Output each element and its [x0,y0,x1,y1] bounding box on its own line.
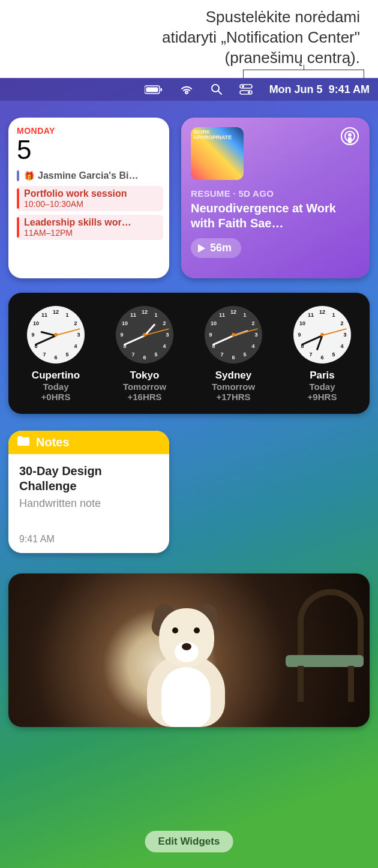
photos-widget[interactable] [8,573,370,727]
clock-face: 123456789101112 [205,306,262,364]
podcast-widget[interactable]: RESUME · 5D AGO Neurodivergence at Work … [181,118,370,278]
spotlight-icon[interactable] [211,83,223,95]
wifi-icon[interactable] [179,84,194,95]
calendar-day: 5 [17,137,169,163]
photo-dog [135,601,237,727]
svg-line-4 [218,91,221,94]
notes-header: Notes [8,431,169,454]
svg-rect-2 [160,88,162,91]
birthday-icon: 🎁 [24,171,34,181]
svg-point-3 [212,85,219,92]
clock-offset: +16HRS [107,392,182,402]
callout-stem [304,65,304,70]
clock-city: Tokyo [107,370,182,382]
world-clock-cupertino: 123456789101112CupertinoToday+0HRS [18,306,94,402]
svg-point-6 [242,85,244,88]
desktop: Mon Jun 5 9:41 AM MONDAY 5 🎁 Jasmine Gar… [0,78,378,868]
notes-app-label: Notes [36,435,70,449]
clock-offset: +9HRS [284,392,360,402]
calendar-event[interactable]: 🎁 Jasmine Garcia's Bi… [17,169,163,182]
world-clock-paris: 123456789101112ParisToday+9HRS [284,306,360,402]
event-title: Leadership skills wor… [24,217,160,228]
calendar-events: 🎁 Jasmine Garcia's Bi…Portfolio work ses… [17,169,169,240]
podcasts-app-icon [340,126,360,146]
svg-point-11 [348,133,352,137]
control-center-icon[interactable] [239,84,253,95]
calendar-event[interactable]: Portfolio work session10:00–10:30AM [17,186,163,211]
menubar: Mon Jun 5 9:41 AM [0,78,378,101]
podcast-title: Neurodivergence at Work with Faith Sae… [191,201,360,231]
menubar-time: 9:41 AM [329,83,370,96]
clock-face: 123456789101112 [293,306,351,364]
clock-day: Tomorrow [107,382,182,392]
clock-city: Cupertino [18,370,94,382]
callout-line2: atidaryti „Notification Center" [0,28,360,48]
clock-city: Sydney [196,370,271,382]
callout-line1: Spustelėkite norėdami [0,7,360,28]
podcast-meta: RESUME · 5D AGO [191,188,360,199]
notes-widget[interactable]: Notes 30-Day Design Challenge Handwritte… [8,431,169,553]
podcast-duration: 56m [210,242,232,254]
calendar-widget[interactable]: MONDAY 5 🎁 Jasmine Garcia's Bi…Portfolio… [8,118,169,278]
clock-face: 123456789101112 [27,306,85,364]
photo-chair [286,589,364,709]
play-icon [198,244,205,253]
callout-text: Spustelėkite norėdami atidaryti „Notific… [0,0,378,68]
note-subtitle: Handwritten note [19,497,158,510]
event-title: Portfolio work session [24,188,160,199]
svg-rect-1 [146,87,158,92]
world-clock-sydney: 123456789101112SydneyTomorrow+17HRS [196,306,271,402]
battery-icon[interactable] [145,85,163,94]
note-time: 9:41 AM [19,534,158,545]
svg-point-8 [248,91,250,94]
event-color-bar [17,170,19,181]
event-color-bar [17,188,19,209]
menubar-date: Mon Jun 5 [269,83,323,96]
clock-day: Today [18,382,94,392]
event-color-bar [17,217,19,238]
edit-widgets-button[interactable]: Edit Widgets [145,831,233,852]
event-title: 🎁 Jasmine Garcia's Bi… [24,170,160,181]
clock-offset: +17HRS [196,392,271,402]
menubar-datetime[interactable]: Mon Jun 5 9:41 AM [269,83,370,96]
podcast-play-button[interactable]: 56m [191,238,241,258]
world-clock-widget[interactable]: 123456789101112CupertinoToday+0HRS123456… [8,293,370,414]
podcast-artwork [191,127,244,180]
clock-city: Paris [284,370,360,382]
world-clock-tokyo: 123456789101112TokyoTomorrow+16HRS [107,306,182,402]
calendar-dow: MONDAY [17,126,169,136]
note-title: 30-Day Design Challenge [19,464,158,494]
clock-day: Tomorrow [196,382,271,392]
clock-day: Today [284,382,360,392]
notification-center: MONDAY 5 🎁 Jasmine Garcia's Bi…Portfolio… [0,112,378,868]
folder-icon [17,435,30,449]
event-time: 10:00–10:30AM [24,199,160,209]
clock-offset: +0HRS [18,392,94,402]
callout-line3: (pranešimų centrą). [0,48,360,68]
event-time: 11AM–12PM [24,228,160,238]
calendar-event[interactable]: Leadership skills wor…11AM–12PM [17,215,163,240]
clock-face: 123456789101112 [116,306,173,364]
